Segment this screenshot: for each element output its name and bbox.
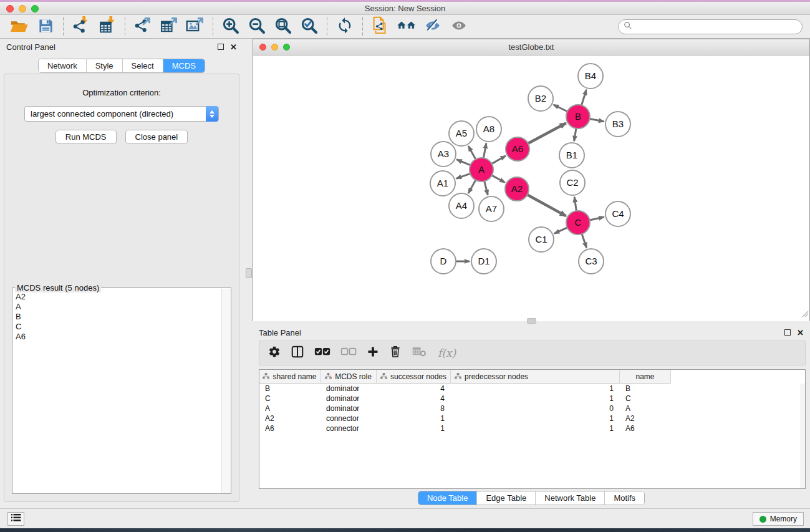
clone-network-button[interactable] <box>367 17 393 37</box>
zoom-out-button[interactable] <box>244 17 270 37</box>
node-A1[interactable]: A1 <box>430 171 455 196</box>
close-network-button[interactable] <box>259 44 266 51</box>
minimize-network-button[interactable] <box>271 44 278 51</box>
node-D[interactable]: D <box>431 249 456 274</box>
node-A6[interactable]: A6 <box>506 137 529 161</box>
function-builder-button[interactable]: f(x) <box>438 347 456 359</box>
memory-button[interactable]: Memory <box>753 512 804 526</box>
search-input[interactable] <box>635 22 797 32</box>
zoom-window-button[interactable] <box>31 5 39 12</box>
mcds-result-item[interactable]: A <box>14 302 221 312</box>
edge-B-B2[interactable] <box>554 105 567 112</box>
edge-C-C3[interactable] <box>582 234 587 248</box>
node-A[interactable]: A <box>470 158 493 181</box>
export-network-button[interactable] <box>130 17 156 37</box>
import-network-button[interactable] <box>68 17 94 37</box>
float-panel-icon[interactable] <box>218 44 224 50</box>
edge-A-A6[interactable] <box>492 156 506 164</box>
column-selector-button[interactable] <box>291 345 304 361</box>
save-session-button[interactable] <box>32 17 59 37</box>
edge-C-C2[interactable] <box>574 197 576 211</box>
node-A3[interactable]: A3 <box>431 142 456 167</box>
node-A4[interactable]: A4 <box>449 193 474 218</box>
task-history-button[interactable] <box>7 512 24 526</box>
table-row[interactable]: Adominator80A <box>259 404 805 414</box>
edge-A-A5[interactable] <box>468 146 476 159</box>
export-image-button[interactable] <box>182 17 208 37</box>
node-B1[interactable]: B1 <box>559 143 584 168</box>
close-panel-icon[interactable]: ✕ <box>230 43 237 51</box>
add-column-button[interactable] <box>367 346 379 360</box>
table-scrollbar[interactable] <box>800 384 805 488</box>
table-tab-node-table[interactable]: Node Table <box>418 491 477 505</box>
table-tab-network-table[interactable]: Network Table <box>535 491 604 505</box>
mcds-result-item[interactable]: A2 <box>14 292 221 302</box>
node-C4[interactable]: C4 <box>605 201 630 226</box>
settings-gear-button[interactable] <box>268 346 281 360</box>
table-row[interactable]: A6connector11A6 <box>259 423 805 433</box>
mcds-result-item[interactable]: A6 <box>14 332 221 342</box>
edge-A-A1[interactable] <box>456 173 470 178</box>
table-tab-motifs[interactable]: Motifs <box>604 491 644 505</box>
zoom-network-button[interactable] <box>283 44 290 51</box>
node-table[interactable]: shared nameMCDS rolesuccessor nodesprede… <box>259 369 806 489</box>
zoom-selected-button[interactable] <box>296 17 322 37</box>
zoom-in-button[interactable] <box>218 17 244 37</box>
refresh-layout-button[interactable] <box>332 17 358 37</box>
export-table-button[interactable] <box>156 17 182 37</box>
overview-home-button[interactable] <box>393 17 420 37</box>
node-B3[interactable]: B3 <box>605 112 630 137</box>
open-session-button[interactable] <box>6 17 32 37</box>
panel-divider-grip[interactable] <box>246 268 252 278</box>
edge-A2-C[interactable] <box>528 195 566 216</box>
result-scrollbar[interactable] <box>221 289 230 493</box>
import-table-button[interactable] <box>94 17 120 37</box>
node-B4[interactable]: B4 <box>578 64 603 89</box>
column-header-MCDS-role[interactable]: MCDS role <box>321 370 377 384</box>
node-C1[interactable]: C1 <box>529 227 554 252</box>
select-all-checkboxes-button[interactable] <box>314 347 330 359</box>
node-C3[interactable]: C3 <box>579 249 604 274</box>
window-resize-grip[interactable] <box>801 309 809 320</box>
criterion-dropdown[interactable]: largest connected component (directed) <box>24 106 219 122</box>
close-window-button[interactable] <box>6 5 14 12</box>
table-row[interactable]: Bdominator41B <box>259 384 805 394</box>
node-A7[interactable]: A7 <box>479 196 504 221</box>
tab-mcds[interactable]: MCDS <box>163 59 205 72</box>
column-header-name[interactable]: name <box>620 370 671 384</box>
edge-C-C4[interactable] <box>590 217 604 220</box>
horizontal-splitter-handle[interactable] <box>527 318 536 324</box>
edge-A-A2[interactable] <box>492 175 505 182</box>
network-canvas[interactable]: AA1A2A3A4A5A6A7A8BB1B2B3B4CC1C2C3C4DD1 <box>253 56 809 321</box>
hide-selected-button[interactable] <box>420 17 446 37</box>
table-row[interactable]: A2connector11A2 <box>259 414 805 423</box>
node-A8[interactable]: A8 <box>476 117 501 142</box>
zoom-fit-button[interactable] <box>270 17 296 37</box>
node-C2[interactable]: C2 <box>560 170 585 195</box>
deselect-all-checkboxes-button[interactable] <box>340 347 357 359</box>
edge-C-C1[interactable] <box>554 228 567 234</box>
minimize-window-button[interactable] <box>19 5 26 12</box>
edge-B-B1[interactable] <box>574 128 576 142</box>
edge-A-A3[interactable] <box>456 160 470 165</box>
edge-A6-B[interactable] <box>528 123 566 143</box>
node-B[interactable]: B <box>566 105 590 128</box>
float-table-panel-icon[interactable] <box>784 329 791 336</box>
edge-A-A8[interactable] <box>483 143 486 158</box>
tab-network[interactable]: Network <box>39 59 86 72</box>
node-B2[interactable]: B2 <box>528 86 553 111</box>
edge-B-B3[interactable] <box>590 119 604 122</box>
column-header-shared-name[interactable]: shared name <box>259 370 321 384</box>
column-header-successor-nodes[interactable]: successor nodes <box>377 370 451 384</box>
show-all-button[interactable] <box>446 17 472 37</box>
table-row[interactable]: Cdominator41C <box>259 394 805 404</box>
node-D1[interactable]: D1 <box>471 249 496 274</box>
edge-A-A4[interactable] <box>468 180 476 193</box>
delete-column-button[interactable] <box>389 345 402 361</box>
tab-select[interactable]: Select <box>122 59 163 72</box>
tab-style[interactable]: Style <box>86 59 122 72</box>
edge-B-B4[interactable] <box>582 90 587 105</box>
mcds-result-item[interactable]: C <box>14 322 221 332</box>
table-tab-edge-table[interactable]: Edge Table <box>476 491 535 505</box>
close-panel-button[interactable]: Close panel <box>125 130 188 144</box>
